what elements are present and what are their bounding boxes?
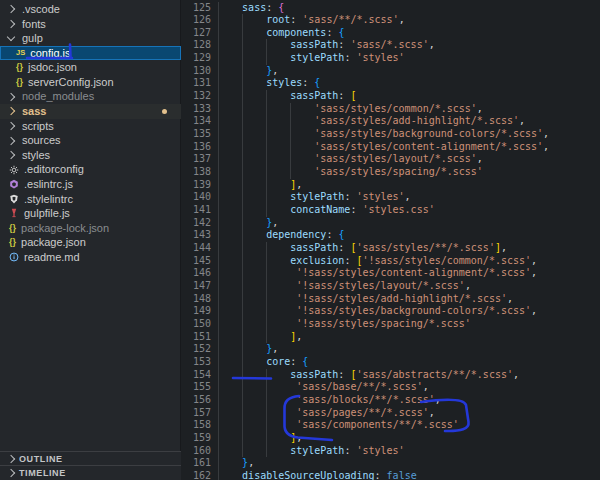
line-number: 127	[181, 27, 211, 40]
line-number: 158	[181, 419, 211, 432]
file-label: readme.md	[24, 250, 80, 265]
code-line-142[interactable]: },	[218, 217, 600, 230]
code-line-135[interactable]: 'sass/styles/background-colors/*.scss',	[218, 128, 600, 141]
line-number: 134	[181, 115, 211, 128]
code-line-150[interactable]: '!sass/styles/spacing/*.scss'	[218, 318, 600, 331]
line-number: 142	[181, 217, 211, 230]
line-number: 129	[181, 52, 211, 65]
code-line-130[interactable]: },	[218, 65, 600, 78]
file-label: sources	[22, 133, 61, 148]
chevron-right-icon	[7, 93, 15, 101]
code-line-161[interactable]: },	[218, 457, 600, 470]
sidebar-item-config-js[interactable]: JSconfig.js	[0, 46, 181, 61]
line-number: 156	[181, 394, 211, 407]
code-line-146[interactable]: '!sass/styles/content-alignment/*.scss',	[218, 267, 600, 280]
chevron-right-icon	[7, 5, 15, 13]
sidebar-item-stylelintrc[interactable]: .stylelintrc	[0, 192, 181, 207]
file-label: fonts	[22, 17, 46, 32]
sidebar-item-gulpfile-js[interactable]: gulpfile.js	[0, 206, 181, 221]
sidebar-item-sources-folder[interactable]: sources	[0, 133, 181, 148]
code-line-149[interactable]: '!sass/styles/background-colors/*.scss',	[218, 305, 600, 318]
line-number: 161	[181, 457, 211, 470]
line-number: 131	[181, 77, 211, 90]
line-number: 154	[181, 369, 211, 382]
sidebar-item-gulp-folder[interactable]: gulp	[0, 31, 181, 46]
code-line-153[interactable]: core: {	[218, 356, 600, 369]
sidebar-item-jsdoc-json[interactable]: {}jsdoc.json	[0, 60, 181, 75]
stylelint-icon	[9, 194, 19, 204]
outline-section-header[interactable]: OUTLINE	[0, 451, 181, 466]
line-number: 148	[181, 293, 211, 306]
sidebar-item-eslintrc-js[interactable]: .eslintrc.js	[0, 177, 181, 192]
timeline-section-header[interactable]: TIMELINE	[0, 465, 181, 480]
sidebar-item-readme-md[interactable]: readme.md	[0, 250, 181, 265]
code-line-162[interactable]: disableSourceUploading: false	[218, 470, 600, 480]
code-line-131[interactable]: styles: {	[218, 77, 600, 90]
code-line-151[interactable]: ],	[218, 331, 600, 344]
code-line-160[interactable]: stylePath: 'styles'	[218, 445, 600, 458]
code-line-145[interactable]: exclusion: ['!sass/styles/common/*.scss'…	[218, 255, 600, 268]
json-icon: {}	[9, 235, 16, 250]
line-number: 155	[181, 381, 211, 394]
vscode-window: .vscodefontsgulpJSconfig.js{}jsdoc.json{…	[0, 0, 600, 480]
code-line-127[interactable]: components: {	[218, 27, 600, 40]
code-line-159[interactable]: ],	[218, 432, 600, 445]
line-number: 145	[181, 255, 211, 268]
file-explorer: .vscodefontsgulpJSconfig.js{}jsdoc.json{…	[0, 0, 181, 480]
file-label: styles	[22, 148, 50, 163]
line-number: 130	[181, 65, 211, 78]
sidebar-item-styles-folder[interactable]: styles	[0, 148, 181, 163]
line-number: 125	[181, 2, 211, 15]
sidebar-item-vscode-folder[interactable]: .vscode	[0, 2, 181, 17]
eslint-icon	[9, 179, 19, 189]
code-line-126[interactable]: root: 'sass/**/*.scss',	[218, 14, 600, 27]
file-label: scripts	[22, 119, 54, 134]
code-line-141[interactable]: concatName: 'styles.css'	[218, 204, 600, 217]
json-icon: {}	[16, 75, 23, 90]
file-label: serverConfig.json	[28, 75, 114, 90]
sidebar-item-sass-folder[interactable]: sass	[0, 104, 181, 119]
code-editor[interactable]: 1251261271281291301311321331341351361371…	[181, 0, 600, 480]
sidebar-item-package-json[interactable]: {}package.json	[0, 235, 181, 250]
sidebar-item-node-modules-folder[interactable]: node_modules	[0, 89, 181, 104]
timeline-label: TIMELINE	[19, 468, 66, 478]
code-line-138[interactable]: 'sass/styles/spacing/*.scss'	[218, 166, 600, 179]
file-label: gulp	[22, 31, 43, 46]
code-line-154[interactable]: sassPath: ['sass/abstracts/**/*.scss',	[218, 369, 600, 382]
sidebar-item-serverconfig-json[interactable]: {}serverConfig.json	[0, 75, 181, 90]
sidebar-item-scripts-folder[interactable]: scripts	[0, 119, 181, 134]
line-number: 139	[181, 179, 211, 192]
file-label: .eslintrc.js	[24, 177, 73, 192]
code-line-144[interactable]: sassPath: ['sass/styles/**/*.scss'],	[218, 242, 600, 255]
code-line-143[interactable]: dependency: {	[218, 229, 600, 242]
chevron-right-icon	[7, 455, 15, 463]
sidebar-item-editorconfig[interactable]: .editorconfig	[0, 162, 181, 177]
code-line-147[interactable]: '!sass/styles/layout/*.scss',	[218, 280, 600, 293]
line-number: 149	[181, 305, 211, 318]
gulp-icon	[9, 208, 19, 218]
code-line-140[interactable]: stylePath: 'styles',	[218, 191, 600, 204]
file-label: jsdoc.json	[28, 60, 77, 75]
code-line-132[interactable]: sassPath: [	[218, 90, 600, 103]
code-line-156[interactable]: 'sass/blocks/**/*.scss',	[218, 394, 600, 407]
file-label: config.js	[30, 46, 70, 61]
code-line-158[interactable]: 'sass/components/**/*.scss'	[218, 419, 600, 432]
sidebar-item-package-lock-json[interactable]: {}package-lock.json	[0, 221, 181, 236]
code-line-134[interactable]: 'sass/styles/add-highlight/*.scss',	[218, 115, 600, 128]
code-line-139[interactable]: ],	[218, 179, 600, 192]
code-line-157[interactable]: 'sass/pages/**/*.scss',	[218, 407, 600, 420]
code-line-137[interactable]: 'sass/styles/layout/*.scss',	[218, 153, 600, 166]
code-line-148[interactable]: '!sass/styles/add-highlight/*.scss',	[218, 293, 600, 306]
code-line-128[interactable]: sassPath: 'sass/*.scss',	[218, 39, 600, 52]
code-line-152[interactable]: },	[218, 343, 600, 356]
chevron-right-icon	[7, 107, 15, 115]
sidebar-item-fonts-folder[interactable]: fonts	[0, 17, 181, 32]
code-line-129[interactable]: stylePath: 'styles'	[218, 52, 600, 65]
code-area[interactable]: sass: {root: 'sass/**/*.scss',components…	[218, 0, 600, 480]
code-line-133[interactable]: 'sass/styles/common/*.scss',	[218, 103, 600, 116]
file-label: .vscode	[22, 2, 60, 17]
chevron-right-icon	[7, 151, 15, 159]
code-line-155[interactable]: 'sass/base/**/*.scss',	[218, 381, 600, 394]
code-line-125[interactable]: sass: {	[218, 2, 600, 15]
code-line-136[interactable]: 'sass/styles/content-alignment/*.scss',	[218, 141, 600, 154]
